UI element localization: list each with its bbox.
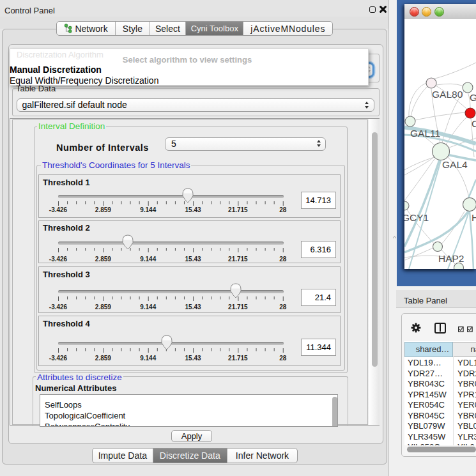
svg-text:GA: GA — [470, 92, 476, 103]
svg-text:HAP2: HAP2 — [438, 253, 464, 264]
svg-text:GAL11: GAL11 — [410, 128, 440, 139]
svg-text:GCY1: GCY1 — [404, 212, 429, 223]
svg-text:H: H — [472, 212, 476, 223]
svg-text:GAL80: GAL80 — [432, 89, 463, 100]
svg-text:C: C — [472, 118, 476, 129]
svg-text:GAL4: GAL4 — [442, 159, 468, 170]
